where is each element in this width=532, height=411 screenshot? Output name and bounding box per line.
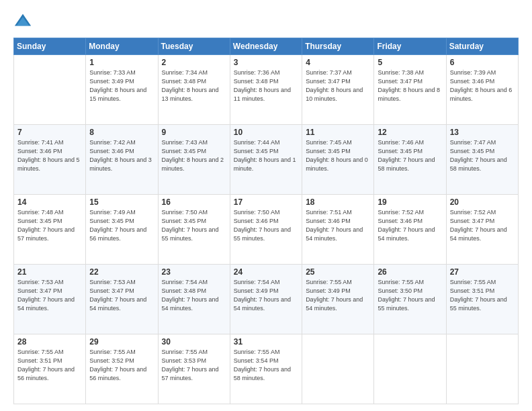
day-number: 1 xyxy=(89,58,154,67)
calendar-cell: 29Sunrise: 7:55 AMSunset: 3:52 PMDayligh… xyxy=(86,334,158,404)
calendar-cell: 18Sunrise: 7:51 AMSunset: 3:46 PMDayligh… xyxy=(302,195,374,265)
day-info: Sunrise: 7:47 AMSunset: 3:45 PMDaylight:… xyxy=(450,138,515,173)
week-row-4: 28Sunrise: 7:55 AMSunset: 3:51 PMDayligh… xyxy=(14,334,519,404)
day-info: Sunrise: 7:54 AMSunset: 3:49 PMDaylight:… xyxy=(234,278,298,313)
col-header-wednesday: Wednesday xyxy=(230,38,302,55)
calendar-cell: 12Sunrise: 7:46 AMSunset: 3:45 PMDayligh… xyxy=(374,125,446,195)
day-number: 21 xyxy=(17,267,82,277)
day-number: 17 xyxy=(234,197,298,207)
calendar-cell: 3Sunrise: 7:36 AMSunset: 3:48 PMDaylight… xyxy=(230,55,302,125)
day-info: Sunrise: 7:54 AMSunset: 3:48 PMDaylight:… xyxy=(162,278,226,313)
day-number: 15 xyxy=(89,197,154,207)
day-info: Sunrise: 7:37 AMSunset: 3:47 PMDaylight:… xyxy=(306,68,370,103)
day-info: Sunrise: 7:52 AMSunset: 3:47 PMDaylight:… xyxy=(450,208,515,243)
day-number: 25 xyxy=(306,267,370,277)
day-info: Sunrise: 7:50 AMSunset: 3:46 PMDaylight:… xyxy=(234,208,298,243)
calendar-cell: 6Sunrise: 7:39 AMSunset: 3:46 PMDaylight… xyxy=(446,55,518,125)
day-info: Sunrise: 7:42 AMSunset: 3:46 PMDaylight:… xyxy=(89,138,154,173)
day-info: Sunrise: 7:53 AMSunset: 3:47 PMDaylight:… xyxy=(17,278,82,313)
day-info: Sunrise: 7:55 AMSunset: 3:54 PMDaylight:… xyxy=(234,348,298,383)
day-number: 29 xyxy=(89,337,154,347)
day-info: Sunrise: 7:38 AMSunset: 3:47 PMDaylight:… xyxy=(378,68,442,103)
calendar-cell: 26Sunrise: 7:55 AMSunset: 3:50 PMDayligh… xyxy=(374,265,446,334)
day-info: Sunrise: 7:41 AMSunset: 3:46 PMDaylight:… xyxy=(17,138,82,173)
calendar-cell: 9Sunrise: 7:43 AMSunset: 3:45 PMDaylight… xyxy=(158,125,230,195)
day-info: Sunrise: 7:45 AMSunset: 3:45 PMDaylight:… xyxy=(306,138,370,173)
calendar-cell: 7Sunrise: 7:41 AMSunset: 3:46 PMDaylight… xyxy=(14,125,86,195)
col-header-sunday: Sunday xyxy=(14,38,86,55)
day-info: Sunrise: 7:36 AMSunset: 3:48 PMDaylight:… xyxy=(234,68,298,103)
calendar-table: SundayMondayTuesdayWednesdayThursdayFrid… xyxy=(13,38,519,404)
day-info: Sunrise: 7:51 AMSunset: 3:46 PMDaylight:… xyxy=(306,208,370,243)
day-number: 26 xyxy=(378,267,442,277)
calendar-cell: 19Sunrise: 7:52 AMSunset: 3:46 PMDayligh… xyxy=(374,195,446,265)
calendar-cell: 1Sunrise: 7:33 AMSunset: 3:49 PMDaylight… xyxy=(86,55,158,125)
col-header-monday: Monday xyxy=(86,38,158,55)
calendar-cell: 2Sunrise: 7:34 AMSunset: 3:48 PMDaylight… xyxy=(158,55,230,125)
day-number: 18 xyxy=(306,197,370,207)
day-number: 2 xyxy=(162,58,226,67)
day-info: Sunrise: 7:50 AMSunset: 3:45 PMDaylight:… xyxy=(162,208,226,243)
day-info: Sunrise: 7:46 AMSunset: 3:45 PMDaylight:… xyxy=(378,138,442,173)
calendar-cell: 22Sunrise: 7:53 AMSunset: 3:47 PMDayligh… xyxy=(86,265,158,334)
calendar-cell: 13Sunrise: 7:47 AMSunset: 3:45 PMDayligh… xyxy=(446,125,518,195)
calendar-cell xyxy=(374,334,446,404)
calendar-cell: 31Sunrise: 7:55 AMSunset: 3:54 PMDayligh… xyxy=(230,334,302,404)
day-number: 7 xyxy=(17,128,82,137)
day-number: 5 xyxy=(378,58,442,67)
day-info: Sunrise: 7:44 AMSunset: 3:45 PMDaylight:… xyxy=(234,138,298,173)
calendar-cell: 21Sunrise: 7:53 AMSunset: 3:47 PMDayligh… xyxy=(14,265,86,334)
calendar-cell: 24Sunrise: 7:54 AMSunset: 3:49 PMDayligh… xyxy=(230,265,302,334)
day-info: Sunrise: 7:55 AMSunset: 3:50 PMDaylight:… xyxy=(378,278,442,313)
day-number: 12 xyxy=(378,128,442,137)
day-info: Sunrise: 7:43 AMSunset: 3:45 PMDaylight:… xyxy=(162,138,226,173)
day-number: 30 xyxy=(162,337,226,347)
col-header-tuesday: Tuesday xyxy=(158,38,230,55)
calendar-cell: 15Sunrise: 7:49 AMSunset: 3:45 PMDayligh… xyxy=(86,195,158,265)
calendar-cell: 27Sunrise: 7:55 AMSunset: 3:51 PMDayligh… xyxy=(446,265,518,334)
col-header-thursday: Thursday xyxy=(302,38,374,55)
calendar-cell: 5Sunrise: 7:38 AMSunset: 3:47 PMDaylight… xyxy=(374,55,446,125)
day-info: Sunrise: 7:49 AMSunset: 3:45 PMDaylight:… xyxy=(89,208,154,243)
day-number: 11 xyxy=(306,128,370,137)
calendar-cell: 16Sunrise: 7:50 AMSunset: 3:45 PMDayligh… xyxy=(158,195,230,265)
day-info: Sunrise: 7:55 AMSunset: 3:52 PMDaylight:… xyxy=(89,348,154,383)
header xyxy=(13,12,519,31)
calendar-cell: 17Sunrise: 7:50 AMSunset: 3:46 PMDayligh… xyxy=(230,195,302,265)
calendar-cell: 14Sunrise: 7:48 AMSunset: 3:45 PMDayligh… xyxy=(14,195,86,265)
day-number: 19 xyxy=(378,197,442,207)
day-info: Sunrise: 7:55 AMSunset: 3:53 PMDaylight:… xyxy=(162,348,226,383)
calendar-cell: 20Sunrise: 7:52 AMSunset: 3:47 PMDayligh… xyxy=(446,195,518,265)
day-number: 13 xyxy=(450,128,515,137)
logo-icon xyxy=(13,12,32,31)
day-number: 6 xyxy=(450,58,515,67)
calendar-cell xyxy=(302,334,374,404)
week-row-2: 14Sunrise: 7:48 AMSunset: 3:45 PMDayligh… xyxy=(14,195,519,265)
calendar-cell: 4Sunrise: 7:37 AMSunset: 3:47 PMDaylight… xyxy=(302,55,374,125)
day-info: Sunrise: 7:55 AMSunset: 3:51 PMDaylight:… xyxy=(17,348,82,383)
day-number: 16 xyxy=(162,197,226,207)
calendar-cell xyxy=(446,334,518,404)
calendar-cell: 8Sunrise: 7:42 AMSunset: 3:46 PMDaylight… xyxy=(86,125,158,195)
logo xyxy=(13,12,35,31)
day-number: 22 xyxy=(89,267,154,277)
day-info: Sunrise: 7:55 AMSunset: 3:51 PMDaylight:… xyxy=(450,278,515,313)
col-header-friday: Friday xyxy=(374,38,446,55)
calendar-cell xyxy=(14,55,86,125)
day-info: Sunrise: 7:33 AMSunset: 3:49 PMDaylight:… xyxy=(89,68,154,103)
day-number: 20 xyxy=(450,197,515,207)
day-info: Sunrise: 7:39 AMSunset: 3:46 PMDaylight:… xyxy=(450,68,515,103)
day-number: 27 xyxy=(450,267,515,277)
calendar-cell: 23Sunrise: 7:54 AMSunset: 3:48 PMDayligh… xyxy=(158,265,230,334)
day-info: Sunrise: 7:53 AMSunset: 3:47 PMDaylight:… xyxy=(89,278,154,313)
day-number: 24 xyxy=(234,267,298,277)
calendar-cell: 30Sunrise: 7:55 AMSunset: 3:53 PMDayligh… xyxy=(158,334,230,404)
week-row-1: 7Sunrise: 7:41 AMSunset: 3:46 PMDaylight… xyxy=(14,125,519,195)
day-info: Sunrise: 7:55 AMSunset: 3:49 PMDaylight:… xyxy=(306,278,370,313)
day-info: Sunrise: 7:52 AMSunset: 3:46 PMDaylight:… xyxy=(378,208,442,243)
day-number: 8 xyxy=(89,128,154,137)
week-row-0: 1Sunrise: 7:33 AMSunset: 3:49 PMDaylight… xyxy=(14,55,519,125)
col-header-saturday: Saturday xyxy=(446,38,518,55)
day-info: Sunrise: 7:34 AMSunset: 3:48 PMDaylight:… xyxy=(162,68,226,103)
calendar-cell: 11Sunrise: 7:45 AMSunset: 3:45 PMDayligh… xyxy=(302,125,374,195)
